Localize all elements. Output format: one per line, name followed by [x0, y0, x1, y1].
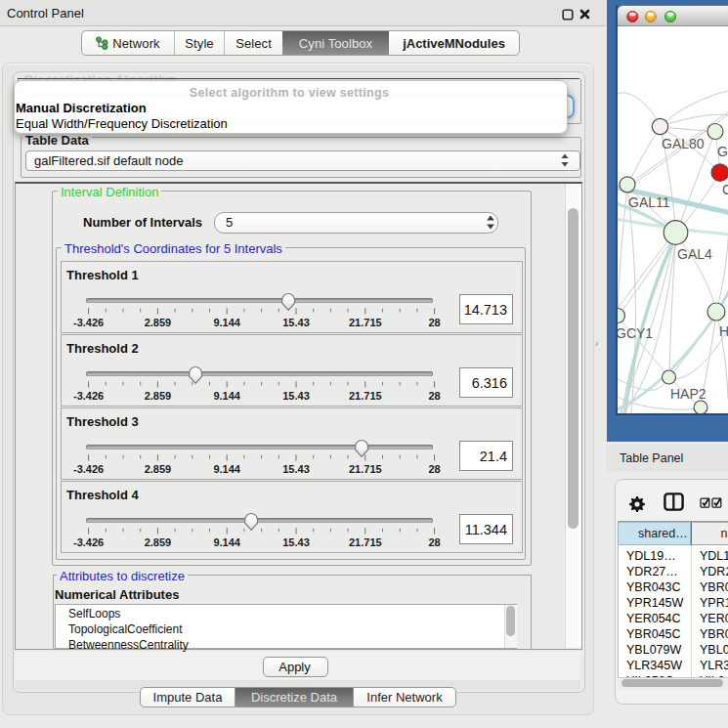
- svg-text:GCY1: GCY1: [618, 325, 653, 341]
- svg-text:GAL4: GAL4: [677, 246, 712, 262]
- svg-text:HAP2: HAP2: [670, 386, 707, 402]
- svg-text:GAL80: GAL80: [662, 136, 705, 151]
- svg-text:HIS4: HIS4: [719, 323, 728, 339]
- svg-text:GAL2: GAL2: [717, 144, 728, 159]
- svg-text:GAL11: GAL11: [628, 194, 670, 210]
- svg-text:CDC2: CDC2: [722, 182, 728, 197]
